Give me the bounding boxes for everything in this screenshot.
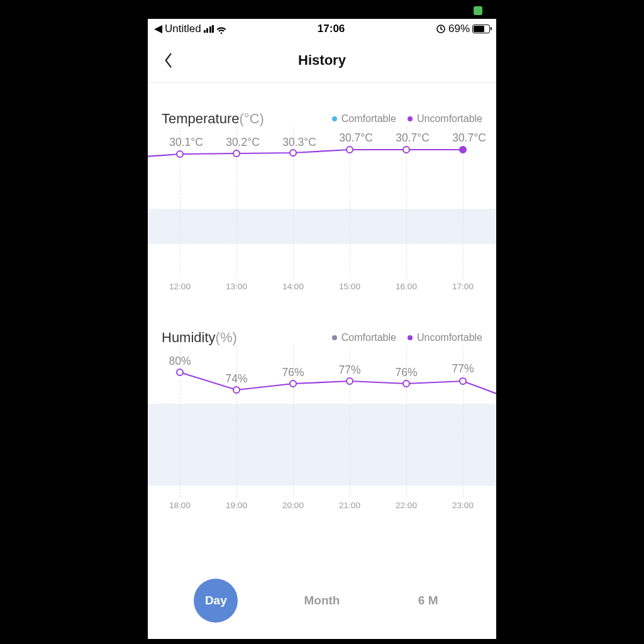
humidity-chart-title: Humidity(%) [162,330,237,346]
tab-day[interactable]: Day [194,579,238,623]
wifi-icon [216,25,226,33]
dot-icon [408,335,413,340]
page-title: History [298,52,346,69]
data-point[interactable] [289,149,297,157]
humidity-chart[interactable]: 80% 74% 76% 77% 76% 77% [148,346,496,497]
x-tick: 19:00 [226,501,247,510]
temperature-section: Temperature(°C) Comfortable Uncomfortabl… [148,83,496,301]
x-tick: 21:00 [339,501,360,510]
app-header: History [148,38,496,83]
x-tick: 12:00 [169,282,191,291]
humidity-section: Humidity(%) Comfortable Uncomfortable [148,301,496,519]
data-label: 77% [338,364,360,377]
data-point[interactable] [233,386,240,394]
humidity-plot-svg [148,346,496,497]
x-tick: 23:00 [452,501,474,510]
data-point[interactable] [346,377,353,385]
data-label: 76% [395,366,417,379]
humidity-unit: (%) [216,330,237,345]
notif-app-icon [474,6,482,15]
x-tick: 20:00 [282,501,304,510]
status-bar: ◀ Untitled 17:06 69% [148,19,496,38]
dot-icon [332,335,337,340]
back-to-app-chevron: ◀ [154,22,162,35]
data-label: 80% [169,355,191,368]
humidity-legend: Comfortable Uncomfortable [332,332,482,343]
x-tick: 22:00 [396,501,417,510]
legend-item-uncomfortable: Uncomfortable [408,332,482,343]
temperature-x-axis: 12:00 13:00 14:00 15:00 16:00 17:00 [148,282,496,301]
tab-month[interactable]: Month [300,579,344,623]
android-notif-strip [147,4,497,19]
data-point[interactable] [176,369,184,376]
data-label: 30.3°C [282,136,316,149]
legend-label: Comfortable [341,113,396,125]
data-point[interactable] [289,380,297,387]
data-label: 76% [282,366,304,379]
humidity-x-axis: 18:00 19:00 20:00 21:00 22:00 23:00 [148,501,496,519]
legend-item-uncomfortable: Uncomfortable [408,113,482,125]
back-to-app-name[interactable]: Untitled [165,23,201,35]
temperature-title-text: Temperature [162,111,240,126]
legend-item-comfortable: Comfortable [332,113,396,125]
humidity-chart-header: Humidity(%) Comfortable Uncomfortable [148,330,496,346]
battery-percent: 69% [448,23,470,35]
x-tick: 15:00 [339,282,360,291]
device-frame: ◀ Untitled 17:06 69% History Temperat [147,4,497,640]
legend-label: Uncomfortable [417,332,482,343]
x-tick: 17:00 [452,282,474,291]
data-point-current[interactable] [459,146,467,153]
battery-icon [472,25,490,33]
data-point[interactable] [402,380,410,387]
temperature-chart-title: Temperature(°C) [162,111,264,127]
dot-icon [408,116,413,121]
data-label: 74% [225,372,247,386]
data-point[interactable] [176,150,184,158]
data-label: 30.2°C [226,136,260,149]
content-area: Temperature(°C) Comfortable Uncomfortabl… [148,83,496,639]
cellular-signal-icon [204,25,214,33]
temperature-chart-header: Temperature(°C) Comfortable Uncomfortabl… [148,111,496,127]
x-tick: 16:00 [396,282,417,291]
x-tick: 14:00 [282,282,304,291]
legend-label: Comfortable [341,332,396,343]
data-point[interactable] [459,377,467,385]
data-label: 30.7°C [339,131,373,145]
x-tick: 13:00 [226,282,247,291]
temperature-unit: (°C) [240,111,264,126]
legend-item-comfortable: Comfortable [332,332,396,343]
data-point[interactable] [233,150,240,157]
rotation-lock-icon [436,24,446,34]
temperature-legend: Comfortable Uncomfortable [332,113,482,125]
dot-icon [332,116,337,121]
data-label: 30.7°C [396,131,430,145]
data-label: 77% [452,362,474,375]
data-label: 30.7°C [452,131,486,145]
back-button[interactable] [159,51,178,70]
data-label: 30.1°C [169,136,203,149]
data-point[interactable] [346,146,353,153]
legend-label: Uncomfortable [417,113,482,125]
humidity-title-text: Humidity [162,330,216,345]
data-point[interactable] [402,146,410,153]
tab-6m[interactable]: 6 M [406,579,450,623]
status-bar-time: 17:06 [318,23,345,35]
x-tick: 18:00 [169,501,191,510]
temperature-plot-svg [148,127,496,278]
temperature-chart[interactable]: 30.1°C 30.2°C 30.3°C 30.7°C 30.7°C 30.7°… [148,127,496,278]
range-tabs: Day Month 6 M [148,566,496,635]
